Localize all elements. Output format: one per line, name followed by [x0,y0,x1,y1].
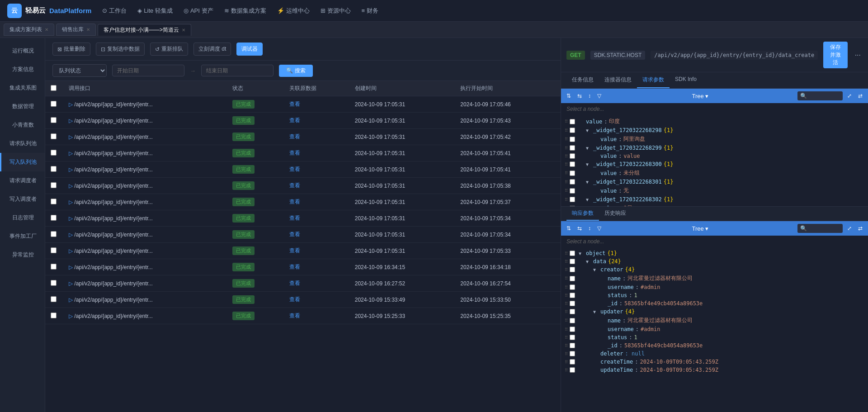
schedule-button[interactable]: 立刻调度 dt [193,43,231,56]
queue-status-filter[interactable]: 队列状态 [52,64,107,77]
sort-icon[interactable]: ↕ [586,92,593,100]
tab-integration-list[interactable]: 集成方案列表 ✕ [4,24,54,36]
row-related[interactable]: 查看 [284,275,349,292]
more-options-button[interactable]: ··· [853,51,863,59]
tree-row[interactable]: ⠿ value : 未分组 [561,168,868,178]
save-activate-button[interactable]: 保存并激活 [823,42,847,68]
row-related[interactable]: 查看 [284,129,349,145]
nav-ops[interactable]: ⚡运维中心 [277,7,310,15]
tree-row[interactable]: ⠿ updateTime : 2024-10-09T09:05:43.259Z [561,366,868,374]
resp-filter-icon[interactable]: ▽ [595,224,603,232]
tree-row[interactable]: ⠿ ▼ _widget_1720322268299 {1} [561,144,868,152]
tree-row[interactable]: ⠿ username : #admin [561,325,868,333]
row-checkbox-4[interactable] [51,166,57,172]
nav-api[interactable]: ◎API 资产 [184,7,213,15]
logo[interactable]: 云 轻易云 DataPlatform [7,4,91,18]
row-checkbox-cell[interactable] [45,161,63,178]
row-related[interactable]: 查看 [284,113,349,129]
tree-node-checkbox[interactable] [570,335,575,340]
row-related[interactable]: 查看 [284,96,349,113]
sidebar-item-request-queue[interactable]: 请求队列池 [0,134,45,153]
search-button[interactable]: 🔍 搜索 [279,65,313,77]
tab-response-params[interactable]: 响应参数 [566,207,599,221]
sidebar-item-qingcha[interactable]: 小青查数 [0,116,45,134]
tree-node-checkbox[interactable] [570,284,575,290]
row-checkbox-1[interactable] [51,117,57,123]
view-related-link[interactable]: 查看 [289,313,300,319]
tree-toggle-icon[interactable]: ▼ [579,251,584,256]
row-checkbox-12[interactable] [51,296,57,302]
tree-row[interactable]: ⠿ name : 河北霍曼过滤器材有限公司 [561,274,868,283]
view-related-link[interactable]: 查看 [289,199,300,205]
resp-expand-all-icon[interactable]: ⇆ [576,224,584,232]
tree-row[interactable]: ⠿ _id : 58365bf4e49cb4054a89653e [561,341,868,350]
collapse-all-icon[interactable]: ⇅ [565,92,573,100]
tab-close-customer[interactable]: ✕ [182,28,185,33]
nav-workbench[interactable]: ⊙工作台 [102,7,127,15]
tree-toggle-icon[interactable]: ▼ [593,267,599,272]
tab-request-params[interactable]: 请求参数 [637,72,670,88]
row-checkbox-cell[interactable] [45,227,63,243]
tree-row[interactable]: ⠿ status : 1 [561,291,868,299]
row-checkbox-cell[interactable] [45,243,63,259]
row-related[interactable]: 查看 [284,259,349,275]
tree-node-checkbox[interactable] [570,267,575,272]
sidebar-item-integration-map[interactable]: 集成关系图 [0,79,45,97]
tree-node-checkbox[interactable] [570,161,575,167]
view-related-link[interactable]: 查看 [289,264,300,270]
tree-row[interactable]: ⠿ value : 无 [561,186,868,195]
view-related-link[interactable]: 查看 [289,133,300,140]
tree-node-checkbox[interactable] [570,251,575,256]
view-related-link[interactable]: 查看 [289,150,300,156]
select-all-header[interactable] [45,81,63,96]
view-related-link[interactable]: 查看 [289,101,300,107]
tree-row[interactable]: ⠿ ▼ _widget_1720322268302 {1} [561,195,868,204]
tree-toggle-icon[interactable]: ▼ [586,146,591,151]
view-related-link[interactable]: 查看 [289,231,300,237]
row-checkbox-13[interactable] [51,313,57,318]
row-related[interactable]: 查看 [284,194,349,210]
tree-node-checkbox[interactable] [570,119,575,124]
row-checkbox-10[interactable] [51,264,57,270]
sidebar-item-overview[interactable]: 运行概况 [0,42,45,60]
row-checkbox-cell[interactable] [45,275,63,292]
row-checkbox-cell[interactable] [45,194,63,210]
row-related[interactable]: 查看 [284,178,349,194]
expand-all-icon[interactable]: ⇆ [576,92,584,100]
tree-node-checkbox[interactable] [570,359,575,365]
resp-collapse-all-icon[interactable]: ⇅ [565,224,573,232]
debug-button[interactable]: 调试器 [236,43,263,56]
tree-node-checkbox[interactable] [570,179,575,185]
tree-row[interactable]: ⠿ value : value [561,152,868,160]
request-tree-search[interactable] [797,91,843,100]
tab-sales[interactable]: 销售出库 ✕ [56,24,96,36]
resp-expand-icon[interactable]: ⤢ [845,224,854,232]
tree-row[interactable]: ⠿ ▼ creator {4} [561,265,868,274]
row-checkbox-cell[interactable] [45,178,63,194]
tree-row[interactable]: ⠿ value : 印度 [561,117,868,126]
tree-node-checkbox[interactable] [570,145,575,151]
tree-node-checkbox[interactable] [570,153,575,159]
sidebar-item-solution-info[interactable]: 方案信息 [0,60,45,79]
row-related[interactable]: 查看 [284,292,349,308]
tree-node-checkbox[interactable] [570,318,575,323]
tree-node-checkbox[interactable] [570,301,575,306]
tree-node-checkbox[interactable] [570,351,575,356]
view-related-link[interactable]: 查看 [289,280,300,286]
sidebar-item-request-scheduler[interactable]: 请求调度者 [0,171,45,190]
row-checkbox-cell[interactable] [45,129,63,145]
view-related-link[interactable]: 查看 [289,296,300,303]
tree-node-checkbox[interactable] [570,367,575,373]
tree-row[interactable]: ⠿ ▼ data {24} [561,257,868,265]
row-checkbox-cell[interactable] [45,113,63,129]
tree-toggle-icon[interactable]: ▼ [586,197,591,202]
batch-delete-button[interactable]: ⊠ 批量删除 [52,43,90,56]
row-checkbox-11[interactable] [51,280,57,286]
row-related[interactable]: 查看 [284,210,349,227]
tree-toggle-icon[interactable]: ▼ [593,309,599,314]
response-tree-search[interactable] [797,224,843,233]
sidebar-item-anomaly[interactable]: 异常监控 [0,246,45,264]
view-related-link[interactable]: 查看 [289,215,300,221]
row-checkbox-cell[interactable] [45,210,63,227]
tree-node-checkbox[interactable] [570,197,575,202]
